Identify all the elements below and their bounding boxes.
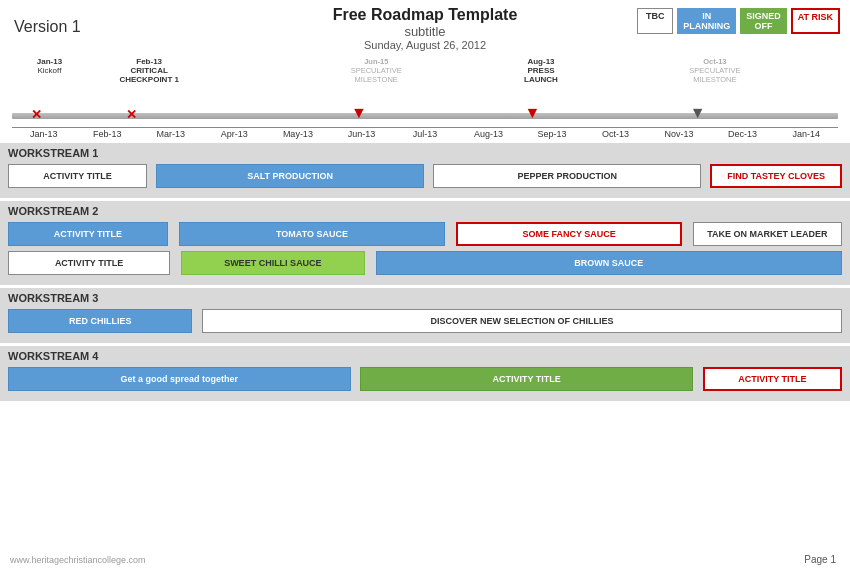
ws1-block-salt: SALT PRODUCTION xyxy=(156,164,424,188)
month-feb13: Feb-13 xyxy=(76,129,140,139)
month-may13: May-13 xyxy=(266,129,330,139)
marker-jan13: ✕ xyxy=(30,107,44,121)
milestone-checkpoint: Feb-13 CRITICAL CHECKPOINT 1 xyxy=(119,57,179,84)
workstream-2-row-1: ACTIVITY TITLE TOMATO SAUCE SOME FANCY S… xyxy=(8,221,842,247)
footer-watermark: www.heritagechristiancollege.com xyxy=(10,555,146,565)
ws2-block-market-leader: TAKE ON MARKET LEADER xyxy=(693,222,842,246)
ws2-block-activity-title-2: ACTIVITY TITLE xyxy=(8,251,170,275)
legend-at-risk: AT RISK xyxy=(791,8,840,34)
milestone-speculative-1: Jun-15 SPECULATIVE MILESTONE xyxy=(351,57,402,84)
ws3-block-discover: DISCOVER NEW SELECTION OF CHILLIES xyxy=(202,309,842,333)
ws1-block-pepper: PEPPER PRODUCTION xyxy=(433,164,701,188)
ws3-block-red-chillies: RED CHILLIES xyxy=(8,309,192,333)
ws1-block-activity-title: ACTIVITY TITLE xyxy=(8,164,147,188)
ws4-block-activity-title-2: ACTIVITY TITLE xyxy=(703,367,842,391)
legend-tbc: TBC xyxy=(637,8,673,34)
workstream-2-row-2: ACTIVITY TITLE SWEET CHILLI SAUCE BROWN … xyxy=(8,250,842,276)
month-jul13: Jul-13 xyxy=(393,129,457,139)
ws2-block-brown: BROWN SAUCE xyxy=(376,251,842,275)
ws2-block-chilli: SWEET CHILLI SAUCE xyxy=(181,251,365,275)
month-jan14: Jan-14 xyxy=(774,129,838,139)
workstream-3-title: WORKSTREAM 3 xyxy=(8,292,842,304)
ws1-block-cloves: FIND TASTEY CLOVES xyxy=(710,164,842,188)
month-oct13: Oct-13 xyxy=(584,129,648,139)
milestone-press-launch: Aug-13 PRESS LAUNCH xyxy=(524,57,558,84)
workstream-4-row-1: Get a good spread together ACTIVITY TITL… xyxy=(8,366,842,392)
month-mar13: Mar-13 xyxy=(139,129,203,139)
legend-signed-off: SIGNEDOFF xyxy=(740,8,787,34)
milestones-row: Jan-13 Kickoff Feb-13 CRITICAL CHECKPOIN… xyxy=(12,57,838,107)
ws4-block-spread: Get a good spread together xyxy=(8,367,351,391)
month-apr13: Apr-13 xyxy=(203,129,267,139)
workstream-4-title: WORKSTREAM 4 xyxy=(8,350,842,362)
page-date: Sunday, August 26, 2012 xyxy=(0,39,850,51)
month-jan13: Jan-13 xyxy=(12,129,76,139)
month-nov13: Nov-13 xyxy=(647,129,711,139)
page-number: Page 1 xyxy=(804,554,836,565)
workstream-1-title: WORKSTREAM 1 xyxy=(8,147,842,159)
version-label: Version 1 xyxy=(14,18,81,36)
ws4-block-activity-title-1: ACTIVITY TITLE xyxy=(360,367,693,391)
timeline-area: Jan-13 Kickoff Feb-13 CRITICAL CHECKPOIN… xyxy=(0,57,850,140)
legend-in-planning: INPLANNING xyxy=(677,8,736,34)
ws2-block-tomato: TOMATO SAUCE xyxy=(179,222,446,246)
month-dec13: Dec-13 xyxy=(711,129,775,139)
legend: TBC INPLANNING SIGNEDOFF AT RISK xyxy=(637,8,840,34)
timeline-bar-row: ✕ ✕ ▼ ▼ ▼ xyxy=(12,107,838,125)
marker-jun13: ▼ xyxy=(352,106,366,120)
marker-feb13: ✕ xyxy=(125,107,139,121)
workstream-2: WORKSTREAM 2 ACTIVITY TITLE TOMATO SAUCE… xyxy=(0,201,850,285)
month-aug13: Aug-13 xyxy=(457,129,521,139)
marker-aug13: ▼ xyxy=(525,106,539,120)
workstream-1-row-1: ACTIVITY TITLE SALT PRODUCTION PEPPER PR… xyxy=(8,163,842,189)
workstream-2-title: WORKSTREAM 2 xyxy=(8,205,842,217)
month-labels: Jan-13 Feb-13 Mar-13 Apr-13 May-13 Jun-1… xyxy=(12,127,838,140)
milestone-kickoff: Jan-13 Kickoff xyxy=(37,57,62,75)
marker-nov13: ▼ xyxy=(691,106,705,120)
workstream-3: WORKSTREAM 3 RED CHILLIES DISCOVER NEW S… xyxy=(0,288,850,343)
milestone-speculative-2: Oct-13 SPECULATIVE MILESTONE xyxy=(689,57,740,84)
ws2-block-fancy: SOME FANCY SAUCE xyxy=(456,222,682,246)
ws2-block-activity-title-1: ACTIVITY TITLE xyxy=(8,222,168,246)
workstream-3-row-1: RED CHILLIES DISCOVER NEW SELECTION OF C… xyxy=(8,308,842,334)
month-sep13: Sep-13 xyxy=(520,129,584,139)
workstream-4: WORKSTREAM 4 Get a good spread together … xyxy=(0,346,850,401)
workstream-1: WORKSTREAM 1 ACTIVITY TITLE SALT PRODUCT… xyxy=(0,143,850,198)
month-jun13: Jun-13 xyxy=(330,129,394,139)
